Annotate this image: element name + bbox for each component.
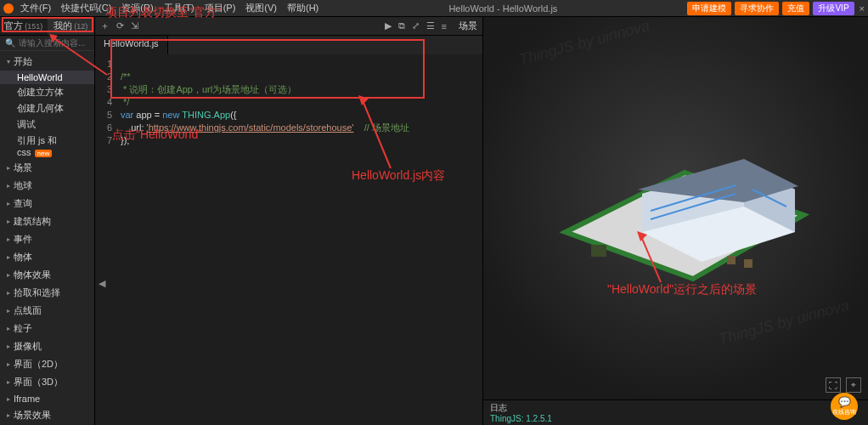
group-start[interactable]: 开始 <box>0 53 94 71</box>
app-logo <box>3 3 14 14</box>
file-tab-active[interactable]: HelloWorld.js <box>95 36 168 54</box>
group-item[interactable]: 场景效果 <box>0 406 94 424</box>
item-cube[interactable]: 创建立方体 <box>0 84 94 100</box>
group-item[interactable]: 场景 <box>0 159 94 177</box>
btn-apply-model[interactable]: 申请建模 <box>687 2 731 15</box>
menu-tools[interactable]: 工具(T) <box>164 2 194 14</box>
group-item[interactable]: 粒子 <box>0 320 94 337</box>
toolbar-debug-icon[interactable]: ⧉ <box>398 20 405 31</box>
group-item[interactable]: 拾取和选择 <box>0 284 94 302</box>
watermark: ThingJS by uinnova <box>517 17 651 69</box>
watermark: ThingJS by uinnova <box>717 297 851 348</box>
group-item[interactable]: 物体效果 <box>0 266 94 284</box>
line-gutter: 1234567 <box>95 54 116 425</box>
toolbar-menu-icon[interactable]: ≡ <box>442 21 447 31</box>
group-item[interactable]: 建筑结构 <box>0 212 94 230</box>
chat-icon: 💬 <box>838 396 851 408</box>
fab-consult[interactable]: 💬 在线咨询 <box>831 393 858 420</box>
menu-help[interactable]: 帮助(H) <box>287 2 318 14</box>
header-actions: 申请建模 寻求协作 充值 升级VIP <box>687 2 854 15</box>
group-item[interactable]: 界面（2D） <box>0 355 94 373</box>
toolbar-plus-icon[interactable]: ＋ <box>100 20 110 32</box>
btn-upgrade-vip[interactable]: 升级VIP <box>813 2 854 15</box>
tab-mine[interactable]: 我的(12) <box>48 17 95 36</box>
btn-recharge[interactable]: 充值 <box>782 2 809 15</box>
toolbar-refresh-icon[interactable]: ⟳ <box>116 20 124 31</box>
item-jscss[interactable]: 引用 js 和 cssnew <box>0 133 94 159</box>
scene-controls: ⛶ ⌖ <box>826 377 861 393</box>
scene-viewport[interactable]: ThingJS by uinnova ThingJS by uinnova ⛶ … <box>483 17 868 400</box>
group-item[interactable]: 点线面 <box>0 302 94 320</box>
window-title: HelloWorld - HelloWorld.js <box>318 3 687 14</box>
search-box: 🔍 <box>0 36 94 51</box>
menu-file[interactable]: 文件(F) <box>20 2 51 14</box>
group-item[interactable]: 地球 <box>0 177 94 195</box>
item-geometry[interactable]: 创建几何体 <box>0 100 94 116</box>
toolbar-list-icon[interactable]: ☰ <box>426 20 435 31</box>
fullscreen-icon[interactable]: ⛶ <box>826 377 841 393</box>
item-helloworld[interactable]: HelloWorld <box>0 71 94 84</box>
log-line: ThingJS: 1.2.5.1 <box>490 414 861 423</box>
scene-building <box>532 96 820 300</box>
group-item[interactable]: Iframe <box>0 391 94 406</box>
search-icon: 🔍 <box>5 38 15 48</box>
toolbar-label: 场景 <box>459 20 477 32</box>
sidebar: 官方(151) 我的(12) 🔍 开始 HelloWorld 创建立方体 创建几… <box>0 17 95 425</box>
menu-resource[interactable]: 资源(R) <box>121 2 153 14</box>
btn-seek-coop[interactable]: 寻求协作 <box>735 2 779 15</box>
panel-collapse-icon[interactable]: ◀ <box>99 278 105 289</box>
group-item[interactable]: 界面（3D） <box>0 373 94 391</box>
svg-rect-10 <box>727 256 736 264</box>
svg-rect-11 <box>744 259 752 268</box>
log-title: 日志 <box>490 402 861 414</box>
sidebar-tabs: 官方(151) 我的(12) <box>0 17 94 36</box>
group-item[interactable]: 摄像机 <box>0 337 94 355</box>
toolbar-run-icon[interactable]: ▶ <box>385 20 392 31</box>
menu-bar: 文件(F) 快捷代码(C) 资源(R) 工具(T) 项目(P) 视图(V) 帮助… <box>20 2 318 14</box>
toolbar-collapse-icon[interactable]: ⇲ <box>131 20 138 31</box>
log-panel: 日志 ThingJS: 1.2.5.1 <box>483 400 868 425</box>
preview-panel: ThingJS by uinnova ThingJS by uinnova ⛶ … <box>482 17 868 425</box>
item-debug[interactable]: 调试 <box>0 116 94 133</box>
group-item[interactable]: 查询 <box>0 195 94 212</box>
group-item[interactable]: 物体 <box>0 248 94 266</box>
toolbar-expand-icon[interactable]: ⤢ <box>412 20 420 31</box>
tab-official[interactable]: 官方(151) <box>0 17 48 36</box>
locate-icon[interactable]: ⌖ <box>846 377 861 393</box>
project-tree[interactable]: 开始 HelloWorld 创建立方体 创建几何体 调试 引用 js 和 css… <box>0 51 94 425</box>
titlebar: 文件(F) 快捷代码(C) 资源(R) 工具(T) 项目(P) 视图(V) 帮助… <box>0 0 868 17</box>
editor-toolbar: ＋ ⟳ ⇲ ▶ ⧉ ⤢ ☰ ≡ 场景 <box>95 17 482 36</box>
code-editor[interactable]: 1234567 /** * 说明：创建App，url为场景地址（可选） */ v… <box>95 54 482 425</box>
menu-project[interactable]: 项目(P) <box>205 2 236 14</box>
group-item[interactable]: 事件 <box>0 230 94 248</box>
file-tabs: HelloWorld.js <box>95 36 482 54</box>
code-content[interactable]: /** * 说明：创建App，url为场景地址（可选） */ var app =… <box>116 54 482 425</box>
svg-rect-9 <box>591 245 606 257</box>
menu-view[interactable]: 视图(V) <box>245 2 277 14</box>
editor-panel: ＋ ⟳ ⇲ ▶ ⧉ ⤢ ☰ ≡ 场景 HelloWorld.js 1234567… <box>95 17 482 425</box>
menu-snippet[interactable]: 快捷代码(C) <box>61 2 111 14</box>
close-icon[interactable]: × <box>860 3 865 14</box>
search-input[interactable] <box>19 38 89 48</box>
